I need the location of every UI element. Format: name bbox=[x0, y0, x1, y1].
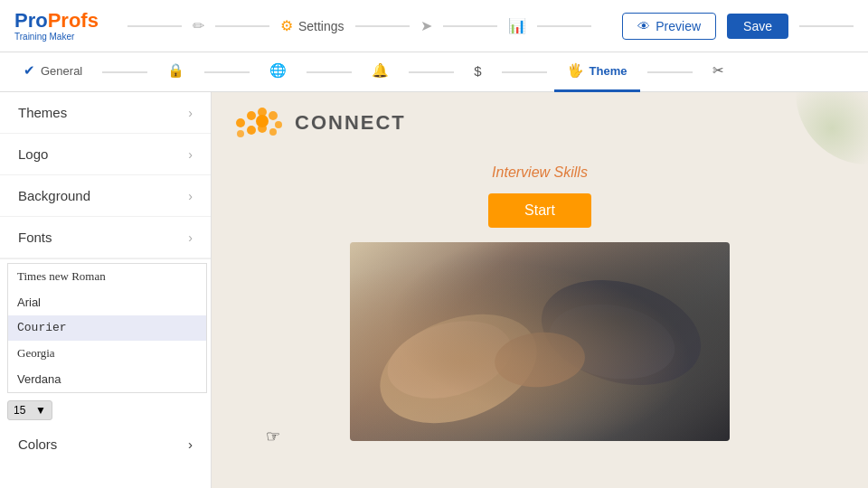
svg-point-1 bbox=[247, 111, 256, 120]
nav-tabs: ✔ General 🔒 🌐 🔔 $ 🖐 Theme ✂ bbox=[0, 52, 868, 92]
save-button[interactable]: Save bbox=[727, 14, 788, 39]
sidebar: Themes › Logo › Background › Fonts › Tim… bbox=[0, 92, 212, 488]
connect-logo-dots bbox=[233, 103, 288, 143]
toolbar-divider-1 bbox=[127, 25, 182, 27]
settings-label: Settings bbox=[298, 19, 344, 33]
svg-point-7 bbox=[237, 130, 244, 137]
chevron-themes: › bbox=[188, 106, 193, 120]
svg-point-8 bbox=[269, 128, 277, 136]
theme-icon: 🖐 bbox=[567, 62, 584, 79]
settings-button[interactable]: ⚙ Settings bbox=[280, 17, 344, 34]
main-layout: Themes › Logo › Background › Fonts › Tim… bbox=[0, 92, 868, 488]
logo-label: Logo bbox=[18, 146, 48, 162]
tab-divider-4 bbox=[409, 71, 454, 73]
tab-theme-label: Theme bbox=[590, 64, 627, 78]
sidebar-item-fonts[interactable]: Fonts › bbox=[0, 217, 211, 258]
logo-subtitle: Training Maker bbox=[14, 32, 99, 42]
font-size-value: 15 bbox=[14, 404, 25, 417]
connect-logo: CONNECT bbox=[233, 103, 406, 143]
tab-divider-5 bbox=[502, 71, 547, 73]
svg-point-4 bbox=[275, 121, 282, 128]
tab-theme[interactable]: 🖐 Theme bbox=[554, 52, 640, 92]
toolbar: ProProfs Training Maker ✏ ⚙ Settings ➤ 📊… bbox=[0, 0, 868, 52]
gear-icon: ⚙ bbox=[280, 17, 293, 34]
course-title: Interview Skills bbox=[492, 164, 588, 181]
handshake-image bbox=[350, 242, 730, 441]
background-label: Background bbox=[18, 188, 90, 203]
chevron-colors: › bbox=[188, 436, 193, 452]
toolbar-divider-3 bbox=[355, 25, 410, 27]
lock-icon: 🔒 bbox=[167, 62, 184, 79]
share-icon: ➤ bbox=[420, 17, 432, 34]
preview-button[interactable]: 👁 Preview bbox=[622, 13, 716, 40]
toolbar-divider-5 bbox=[537, 25, 591, 27]
handshake-overlay bbox=[350, 242, 730, 441]
font-times-new-roman[interactable]: Times new Roman bbox=[8, 264, 206, 290]
sidebar-item-logo[interactable]: Logo › bbox=[0, 134, 211, 175]
logo-profs: Profs bbox=[48, 9, 99, 32]
tab-dollar[interactable]: $ bbox=[461, 52, 494, 92]
svg-point-5 bbox=[247, 126, 256, 135]
font-size-selector[interactable]: 15 ▼ bbox=[7, 400, 52, 420]
connect-brand-text: CONNECT bbox=[295, 111, 406, 135]
toolbar-line-end bbox=[799, 25, 854, 27]
fonts-label: Fonts bbox=[18, 230, 52, 245]
scissors-icon: ✂ bbox=[712, 62, 724, 79]
tab-general[interactable]: ✔ General bbox=[11, 52, 95, 92]
app-logo: ProProfs Training Maker bbox=[14, 10, 99, 42]
tab-divider-3 bbox=[307, 71, 352, 73]
font-dropdown: Times new Roman Arial Courier Georgia Ve… bbox=[0, 258, 211, 424]
font-courier[interactable]: Courier bbox=[8, 315, 206, 341]
chevron-logo: › bbox=[188, 147, 193, 162]
dollar-icon: $ bbox=[474, 63, 481, 79]
font-list-wrap: Times new Roman Arial Courier Georgia Ve… bbox=[0, 259, 211, 397]
sidebar-item-colors[interactable]: Colors › bbox=[0, 424, 211, 465]
start-button[interactable]: Start bbox=[488, 193, 591, 228]
chevron-background: › bbox=[188, 189, 193, 203]
font-arial[interactable]: Arial bbox=[8, 290, 206, 315]
colors-label: Colors bbox=[18, 436, 57, 452]
edit-icon: ✏ bbox=[193, 17, 204, 34]
dropdown-arrow-icon: ▼ bbox=[35, 404, 46, 417]
tab-divider-2 bbox=[204, 71, 250, 73]
chart-icon: 📊 bbox=[508, 17, 526, 34]
svg-point-3 bbox=[269, 111, 278, 120]
font-verdana[interactable]: Verdana bbox=[8, 367, 206, 392]
chevron-fonts: › bbox=[188, 230, 193, 245]
font-size-row: 15 ▼ bbox=[0, 397, 211, 424]
sidebar-item-themes[interactable]: Themes › bbox=[0, 92, 211, 134]
tab-tools[interactable]: ✂ bbox=[700, 52, 737, 92]
toolbar-divider-4 bbox=[443, 25, 497, 27]
svg-point-0 bbox=[236, 118, 245, 127]
tab-lock[interactable]: 🔒 bbox=[155, 52, 197, 92]
font-list[interactable]: Times new Roman Arial Courier Georgia Ve… bbox=[7, 263, 207, 393]
course-area: Interview Skills Start bbox=[212, 92, 868, 441]
font-georgia[interactable]: Georgia bbox=[8, 341, 206, 367]
logo-pro: Pro bbox=[14, 9, 48, 32]
eye-icon: 👁 bbox=[637, 19, 650, 33]
themes-label: Themes bbox=[18, 105, 67, 120]
tab-globe[interactable]: 🌐 bbox=[257, 52, 299, 92]
tab-bell[interactable]: 🔔 bbox=[359, 52, 401, 92]
svg-point-9 bbox=[256, 115, 269, 127]
tab-general-label: General bbox=[41, 64, 82, 78]
preview-label: Preview bbox=[656, 19, 701, 33]
toolbar-divider-2 bbox=[215, 25, 269, 27]
bell-icon: 🔔 bbox=[372, 62, 389, 79]
globe-icon: 🌐 bbox=[269, 62, 287, 79]
tab-divider-1 bbox=[102, 71, 147, 73]
tab-divider-6 bbox=[647, 71, 693, 73]
content-area: CONNECT Interview Skills Start bbox=[212, 92, 868, 488]
check-icon: ✔ bbox=[24, 62, 35, 79]
sidebar-item-background[interactable]: Background › bbox=[0, 175, 211, 217]
